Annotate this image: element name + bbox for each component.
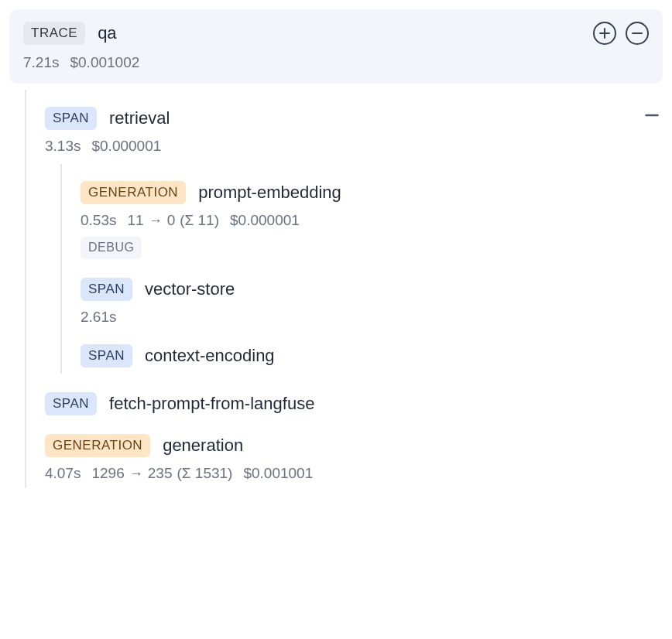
tokens-sum: (Σ 11) [180, 212, 219, 229]
tree-node-vector-store[interactable]: SPAN vector-store 2.61s [81, 262, 663, 329]
badge-generation: GENERATION [81, 181, 186, 204]
trace-tree: SPAN retrieval 3.13s $0.000001 [9, 84, 663, 488]
tree-node-retrieval[interactable]: SPAN retrieval 3.13s $0.000001 [45, 91, 663, 377]
arrow-right-icon: → [149, 213, 163, 229]
minus-icon [644, 108, 660, 123]
collapse-all-button[interactable] [626, 22, 649, 45]
trace-cost: $0.001002 [70, 54, 139, 71]
minus-icon [631, 27, 643, 39]
trace-header[interactable]: TRACE qa 7.21s $0.001002 [9, 9, 663, 84]
tree-node-context-encoding[interactable]: SPAN context-encoding [81, 329, 663, 371]
node-meta: 3.13s $0.000001 [45, 138, 663, 155]
node-meta: 4.07s 1296 → 235 (Σ 1531) $0.001001 [45, 465, 663, 482]
badge-generation: GENERATION [45, 434, 150, 457]
node-head: SPAN context-encoding [81, 344, 663, 367]
tokens-in: 11 [127, 212, 143, 229]
collapse-toggle[interactable] [641, 108, 663, 129]
node-cost: $0.000001 [91, 138, 161, 155]
tree-node-generation[interactable]: GENERATION generation 4.07s 1296 → 235 (… [45, 419, 663, 485]
tokens-out: 235 [148, 465, 173, 482]
tokens-in: 1296 [91, 465, 124, 482]
node-head: SPAN retrieval [45, 107, 663, 130]
node-head: SPAN vector-store [81, 278, 663, 301]
retrieval-children: GENERATION prompt-embedding 0.53s 11 → 0… [60, 164, 663, 374]
node-title-generation: generation [163, 436, 243, 456]
expand-all-button[interactable] [593, 22, 616, 45]
node-tokens: 1296 → 235 (Σ 1531) [91, 465, 232, 482]
trace-tree-panel: TRACE qa 7.21s $0.001002 [0, 0, 672, 501]
node-cost: $0.001001 [243, 465, 313, 482]
badge-span: SPAN [81, 344, 132, 367]
badge-span: SPAN [45, 392, 97, 415]
arrow-right-icon: → [129, 466, 143, 482]
node-extra-tags: DEBUG [81, 237, 663, 259]
plus-icon [598, 27, 611, 39]
node-duration: 3.13s [45, 138, 81, 155]
badge-span: SPAN [45, 107, 97, 130]
tree-node-fetch-prompt[interactable]: SPAN fetch-prompt-from-langfuse [45, 377, 663, 419]
node-duration: 4.07s [45, 465, 81, 482]
trace-duration: 7.21s [23, 54, 59, 71]
badge-span: SPAN [81, 278, 132, 301]
trace-meta: 7.21s $0.001002 [23, 54, 649, 71]
node-cost: $0.000001 [230, 212, 300, 229]
node-meta: 2.61s [81, 309, 663, 326]
node-head: GENERATION prompt-embedding [81, 181, 663, 204]
trace-actions [593, 22, 649, 45]
trace-title: qa [98, 23, 116, 43]
trace-children: SPAN retrieval 3.13s $0.000001 [25, 90, 663, 488]
node-head: SPAN fetch-prompt-from-langfuse [45, 392, 663, 415]
tokens-out: 0 [167, 212, 176, 229]
node-duration: 2.61s [81, 309, 116, 326]
node-duration: 0.53s [81, 212, 116, 229]
node-title-context-encoding: context-encoding [145, 346, 275, 366]
node-meta: 0.53s 11 → 0 (Σ 11) $0.000001 [81, 212, 663, 229]
trace-header-row: TRACE qa [23, 22, 649, 45]
node-head: GENERATION generation [45, 434, 663, 457]
node-title-retrieval: retrieval [109, 108, 170, 128]
node-title-vector-store: vector-store [145, 279, 235, 299]
node-title-fetch-prompt: fetch-prompt-from-langfuse [109, 394, 314, 414]
tokens-sum: (Σ 1531) [177, 465, 232, 482]
badge-trace: TRACE [23, 22, 85, 45]
tree-node-prompt-embedding[interactable]: GENERATION prompt-embedding 0.53s 11 → 0… [81, 166, 663, 262]
badge-debug: DEBUG [81, 237, 142, 259]
node-title-prompt-embedding: prompt-embedding [198, 183, 341, 203]
node-tokens: 11 → 0 (Σ 11) [127, 212, 219, 229]
